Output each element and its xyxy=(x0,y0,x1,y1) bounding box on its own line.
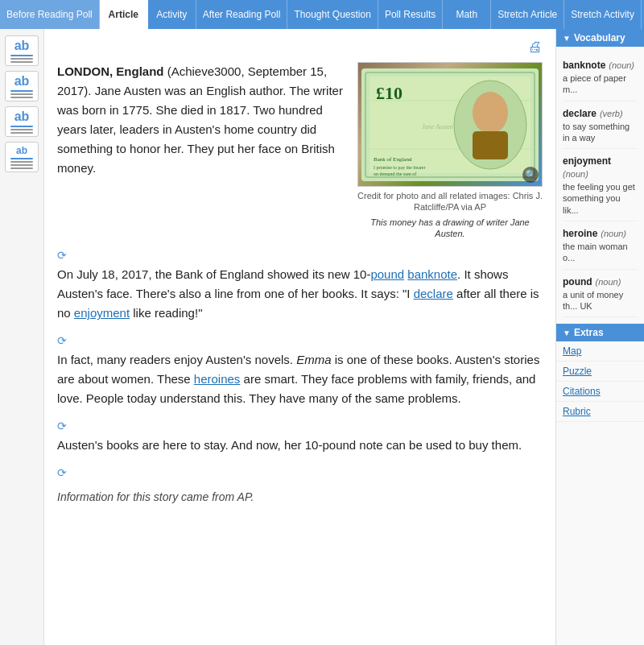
svg-point-7 xyxy=(473,92,508,134)
vocab-word-enjoyment: enjoyment (noun) xyxy=(563,154,638,180)
tab-stretch-article[interactable]: Stretch Article xyxy=(491,0,564,29)
line-gray-5 xyxy=(10,129,33,130)
extras-link-puzzle[interactable]: Puzzle xyxy=(556,362,644,382)
paragraph-text-3: Austen's books are here to stay. And now… xyxy=(57,436,543,455)
article-banknote-image: £10 Bank of England I promise to pay the… xyxy=(357,62,543,187)
paragraph-block-3: ⟳ Austen's books are here to stay. And n… xyxy=(57,420,543,455)
article-dateline: LONDON, England xyxy=(57,64,164,78)
sidebar-btn-4-lines xyxy=(10,158,33,169)
paragraph-audio-icon-1[interactable]: ⟳ xyxy=(57,249,543,262)
tab-after-reading-poll[interactable]: After Reading Poll xyxy=(196,0,288,29)
article-content: 🖨 LONDON, England (Achieve3000, Septembe… xyxy=(44,29,555,645)
vocab-item-pound: pound (noun) a unit of money th... UK xyxy=(563,270,638,318)
text-size-icon: ab xyxy=(14,39,30,53)
vocab-word-banknote: banknote (noun) xyxy=(563,58,638,71)
link-enjoyment[interactable]: enjoyment xyxy=(74,306,130,320)
sidebar-btn-4[interactable]: ab xyxy=(5,142,39,172)
vocab-word-heroine: heroine (noun) xyxy=(563,226,638,239)
paragraph-text-1: On July 18, 2017, the Bank of England sh… xyxy=(57,265,543,323)
link-banknote[interactable]: banknote xyxy=(407,267,457,281)
printer-icon: 🖨 xyxy=(528,39,543,55)
vocab-item-enjoyment: enjoyment (noun) the feeling you get som… xyxy=(563,149,638,221)
vocab-word-declare: declare (verb) xyxy=(563,106,638,119)
sidebar-btn-2[interactable]: ab xyxy=(5,71,39,101)
article-image-block: £10 Bank of England I promise to pay the… xyxy=(357,62,543,239)
svg-text:Bank of England: Bank of England xyxy=(374,156,412,163)
sidebar-btn-3-lines xyxy=(10,126,33,134)
image-caption: This money has a drawing of writer Jane … xyxy=(357,217,543,240)
sidebar-btn-2-lines xyxy=(10,90,33,98)
extras-link-rubric[interactable]: Rubric xyxy=(556,402,644,422)
extras-label: Extras xyxy=(574,327,604,338)
extras-link-citations[interactable]: Citations xyxy=(556,382,644,402)
sidebar-btn-3[interactable]: ab xyxy=(5,106,39,137)
vocab-item-declare: declare (verb) to say something in a way xyxy=(563,101,638,150)
line-gray-4 xyxy=(10,97,33,98)
article-intro-block: LONDON, England (Achieve3000, September … xyxy=(57,62,543,239)
sidebar-btn-1[interactable]: ab xyxy=(5,35,39,66)
vocab-item-heroine: heroine (noun) the main woman o... xyxy=(563,221,638,270)
text-size-icon-4: ab xyxy=(16,145,27,156)
line-gray-3 xyxy=(10,93,33,95)
article-footer: Information for this story came from AP. xyxy=(57,490,543,503)
vocabulary-label: Vocabulary xyxy=(574,32,625,43)
link-heroines[interactable]: heroines xyxy=(194,372,241,386)
paragraph-block-2: ⟳ In fact, many readers enjoy Austen's n… xyxy=(57,334,543,408)
image-credit: Credit for photo and all related images:… xyxy=(357,190,543,213)
line-gray-2 xyxy=(10,61,33,63)
extras-section-header[interactable]: ▼ Extras xyxy=(556,324,644,341)
link-pound[interactable]: pound xyxy=(370,267,404,281)
navigation-tabs: Before Reading Poll Article Activity Aft… xyxy=(0,0,644,29)
line-blue-3 xyxy=(10,126,33,127)
vocabulary-list: banknote (noun) a piece of paper m... de… xyxy=(556,47,644,324)
vocab-arrow-icon: ▼ xyxy=(563,34,571,43)
tab-before-reading-poll[interactable]: Before Reading Poll xyxy=(0,0,100,29)
svg-rect-8 xyxy=(473,131,508,159)
paragraph-text-2: In fact, many readers enjoy Austen's nov… xyxy=(57,350,543,408)
line-gray-9 xyxy=(10,167,33,169)
paragraph-audio-icon-3[interactable]: ⟳ xyxy=(57,420,543,432)
right-sidebar: ▼ Vocabulary banknote (noun) a piece of … xyxy=(555,29,644,645)
tab-article[interactable]: Article xyxy=(100,0,148,29)
extras-link-map[interactable]: Map xyxy=(556,341,644,362)
line-blue-2 xyxy=(10,90,33,92)
svg-text:£10: £10 xyxy=(376,83,402,103)
vocab-item-banknote: banknote (noun) a piece of paper m... xyxy=(563,53,638,101)
line-gray-7 xyxy=(10,161,33,163)
svg-text:Jane Austen: Jane Austen xyxy=(422,123,453,130)
line-blue xyxy=(10,55,33,56)
vocabulary-section-header[interactable]: ▼ Vocabulary xyxy=(556,29,644,47)
line-blue-4 xyxy=(10,158,33,159)
tab-stretch-activity[interactable]: Stretch Activity xyxy=(564,0,642,29)
line-gray-1 xyxy=(10,58,33,60)
svg-text:on demand the sum of: on demand the sum of xyxy=(374,172,416,176)
banknote-svg: £10 Bank of England I promise to pay the… xyxy=(361,68,539,181)
main-layout: ab ab ab ab xyxy=(0,29,644,645)
link-declare[interactable]: declare xyxy=(414,287,453,300)
paragraph-block-1: ⟳ On July 18, 2017, the Bank of England … xyxy=(57,249,543,323)
paragraph-audio-icon-4[interactable]: ⟳ xyxy=(57,466,543,479)
extras-arrow-icon: ▼ xyxy=(563,329,571,337)
article-intro-body: (Achieve3000, September 15, 2017). Jane … xyxy=(57,64,343,175)
line-gray-6 xyxy=(10,132,33,134)
tab-poll-results[interactable]: Poll Results xyxy=(378,0,443,29)
print-button[interactable]: 🖨 xyxy=(57,39,543,56)
line-gray-8 xyxy=(10,164,33,166)
text-size-icon-2: ab xyxy=(14,74,30,89)
vocab-word-pound: pound (noun) xyxy=(563,275,638,287)
tab-activity[interactable]: Activity xyxy=(148,0,196,29)
svg-text:I promise to pay the bearer: I promise to pay the bearer xyxy=(374,165,425,170)
left-sidebar: ab ab ab ab xyxy=(0,29,44,645)
sidebar-btn-1-lines xyxy=(10,55,33,63)
text-size-icon-3: ab xyxy=(14,110,30,124)
paragraph-audio-icon-2[interactable]: ⟳ xyxy=(57,334,543,347)
article-intro-text: LONDON, England (Achieve3000, September … xyxy=(57,62,345,239)
tab-thought-question[interactable]: Thought Question xyxy=(287,0,378,29)
paragraph-block-4: ⟳ xyxy=(57,466,543,479)
magnify-icon[interactable]: 🔍 xyxy=(522,167,539,183)
extras-links: Map Puzzle Citations Rubric xyxy=(556,341,644,422)
tab-math[interactable]: Math xyxy=(443,0,491,29)
